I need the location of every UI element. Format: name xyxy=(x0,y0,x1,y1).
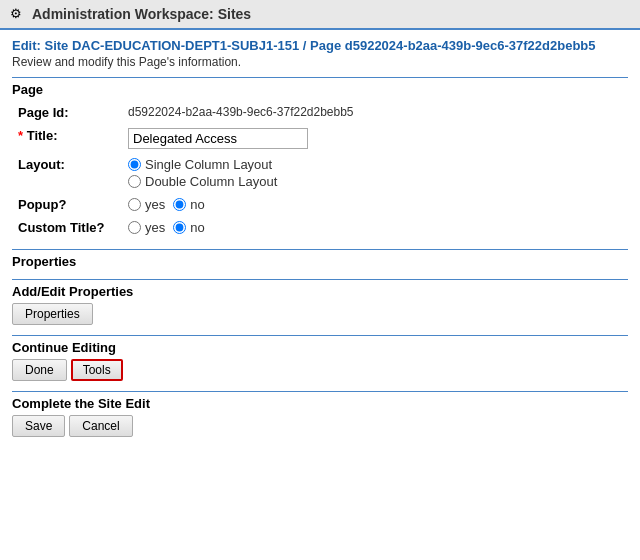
continue-button-row: Done Tools xyxy=(12,359,628,381)
header-title: Administration Workspace: Sites xyxy=(32,6,251,22)
main-content: Edit: Site DAC-EDUCATION-DEPT1-SUBJ1-151… xyxy=(0,30,640,445)
layout-label: Layout: xyxy=(12,153,122,193)
popup-yes-label: yes xyxy=(145,197,165,212)
page-section-header: Page xyxy=(12,77,628,97)
add-edit-section-header: Add/Edit Properties xyxy=(12,279,628,299)
tools-button[interactable]: Tools xyxy=(71,359,123,381)
form-table: Page Id: d5922024-b2aa-439b-9ec6-37f22d2… xyxy=(12,101,628,239)
cancel-button[interactable]: Cancel xyxy=(69,415,132,437)
custom-title-yes-radio[interactable] xyxy=(128,221,141,234)
edit-header: Edit: Site DAC-EDUCATION-DEPT1-SUBJ1-151… xyxy=(12,38,628,69)
layout-row: Layout: Single Column Layout Double Colu… xyxy=(12,153,628,193)
properties-section-header: Properties xyxy=(12,249,628,269)
custom-title-options: yes no xyxy=(122,216,628,239)
popup-no-label: no xyxy=(190,197,204,212)
custom-title-no-radio[interactable] xyxy=(173,221,186,234)
custom-title-radio-group: yes no xyxy=(128,220,622,235)
popup-yes-radio[interactable] xyxy=(128,198,141,211)
popup-no-radio[interactable] xyxy=(173,198,186,211)
popup-row: Popup? yes no xyxy=(12,193,628,216)
layout-options: Single Column Layout Double Column Layou… xyxy=(122,153,628,193)
custom-title-row: Custom Title? yes no xyxy=(12,216,628,239)
layout-double-row: Double Column Layout xyxy=(128,174,622,189)
popup-no-row: no xyxy=(173,197,204,212)
continue-section-header: Continue Editing xyxy=(12,335,628,355)
title-label: * Title: xyxy=(12,124,122,153)
layout-double-label: Double Column Layout xyxy=(145,174,277,189)
layout-radio-group: Single Column Layout Double Column Layou… xyxy=(128,157,622,189)
popup-yes-row: yes xyxy=(128,197,165,212)
custom-title-no-label: no xyxy=(190,220,204,235)
custom-title-label: Custom Title? xyxy=(12,216,122,239)
continue-section: Continue Editing Done Tools xyxy=(12,335,628,381)
page-id-label: Page Id: xyxy=(12,101,122,124)
properties-button[interactable]: Properties xyxy=(12,303,93,325)
popup-radio-group: yes no xyxy=(128,197,622,212)
save-button[interactable]: Save xyxy=(12,415,65,437)
edit-subtext: Review and modify this Page's informatio… xyxy=(12,55,628,69)
properties-button-row: Properties xyxy=(12,303,628,325)
title-field-cell xyxy=(122,124,628,153)
title-row: * Title: xyxy=(12,124,628,153)
layout-single-row: Single Column Layout xyxy=(128,157,622,172)
complete-button-row: Save Cancel xyxy=(12,415,628,437)
done-button[interactable]: Done xyxy=(12,359,67,381)
required-star: * xyxy=(18,128,27,143)
custom-title-no-row: no xyxy=(173,220,204,235)
title-input[interactable] xyxy=(128,128,308,149)
layout-single-label: Single Column Layout xyxy=(145,157,272,172)
popup-label: Popup? xyxy=(12,193,122,216)
layout-double-radio[interactable] xyxy=(128,175,141,188)
complete-section-header: Complete the Site Edit xyxy=(12,391,628,411)
header-bar: ⚙ Administration Workspace: Sites xyxy=(0,0,640,30)
popup-options: yes no xyxy=(122,193,628,216)
custom-title-yes-row: yes xyxy=(128,220,165,235)
admin-icon: ⚙ xyxy=(10,6,26,22)
complete-section: Complete the Site Edit Save Cancel xyxy=(12,391,628,437)
page-id-value: d5922024-b2aa-439b-9ec6-37f22d2bebb5 xyxy=(122,101,628,124)
layout-single-radio[interactable] xyxy=(128,158,141,171)
edit-header-title: Edit: Site DAC-EDUCATION-DEPT1-SUBJ1-151… xyxy=(12,38,628,53)
page-id-row: Page Id: d5922024-b2aa-439b-9ec6-37f22d2… xyxy=(12,101,628,124)
custom-title-yes-label: yes xyxy=(145,220,165,235)
